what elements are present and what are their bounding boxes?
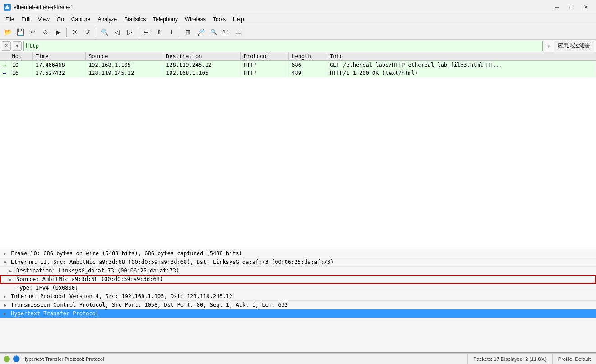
col-time[interactable]: Time (32, 52, 85, 61)
packet-table-header: No. Time Source Destination Protocol Len… (0, 52, 596, 61)
profile-status: Profile: Default (552, 354, 596, 364)
cell-source: 128.119.245.12 (86, 69, 163, 77)
cell-protocol: HTTP (240, 61, 289, 69)
detail-text: Frame 10: 686 bytes on wire (5488 bits),… (11, 250, 242, 257)
options-btn[interactable]: ⊙ (40, 26, 51, 38)
detail-text: Hypertext Transfer Protocol (11, 310, 99, 317)
detail-text: Internet Protocol Version 4, Src: 192.16… (11, 293, 232, 299)
menu-item-tools[interactable]: Tools (209, 15, 229, 23)
go-last-btn[interactable]: ⬇ (166, 26, 177, 38)
menu-item-go[interactable]: Go (53, 15, 68, 23)
col-info[interactable]: Info (327, 52, 596, 61)
menu-bar: FileEditViewGoCaptureAnalyzeStatisticsTe… (0, 14, 596, 24)
find-btn[interactable]: 🔍 (98, 26, 110, 38)
detail-text: Source: AmbitMic_a9:3d:68 (00:d0:59:a9:3… (16, 276, 163, 282)
next-btn[interactable]: ▷ (124, 26, 135, 38)
packet-list[interactable]: No. Time Source Destination Protocol Len… (0, 52, 596, 249)
filter-plus-icon[interactable]: + (545, 42, 552, 50)
cell-length: 686 (289, 61, 327, 69)
filter-clear-btn[interactable]: ✕ (2, 41, 11, 51)
status-left: 🔵 Hypertext Transfer Protocol: Protocol (0, 355, 467, 362)
cell-time: 17.527422 (32, 69, 85, 77)
menu-item-file[interactable]: File (2, 15, 18, 23)
window-controls[interactable]: ─ □ ✕ (550, 3, 592, 12)
detail-toggle-icon: ▶ (4, 251, 9, 256)
detail-row-tcp[interactable]: ▶Transmission Control Protocol, Src Port… (0, 301, 596, 309)
close-button[interactable]: ✕ (579, 3, 592, 12)
cell-info: HTTP/1.1 200 OK (text/html) (327, 69, 596, 77)
toolbar: 📂 💾 ↩ ⊙ ▶ ✕ ↺ 🔍 ◁ ▷ ⬅ ⬆ ⬇ ⊞ 🔎 🔍 1:1 ⚌ (0, 24, 596, 40)
zoom-reset-btn[interactable]: 1:1 (220, 26, 232, 38)
svg-marker-0 (5, 5, 9, 9)
filter-bar: ✕ ▼ + 应用此过滤器 (0, 40, 596, 52)
detail-row-eth-src[interactable]: ▶Source: AmbitMic_a9:3d:68 (00:d0:59:a9:… (0, 275, 596, 284)
packet-tbody: →1017.466468192.168.1.105128.119.245.12H… (0, 61, 596, 78)
cell-time: 17.466468 (32, 61, 85, 69)
go-first-btn[interactable]: ⬆ (153, 26, 165, 38)
status-bar: 🔵 Hypertext Transfer Protocol: Protocol … (0, 353, 596, 364)
zoom-out-btn[interactable]: 🔍 (208, 26, 219, 38)
title-bar: ethernet-ethereal-trace-1 ─ □ ✕ (0, 0, 596, 14)
restart-btn[interactable]: ↺ (82, 26, 93, 38)
row-direction-arrow: → (0, 61, 9, 69)
minimize-button[interactable]: ─ (550, 3, 564, 12)
apply-filter-button[interactable]: 应用此过滤器 (554, 41, 594, 51)
cell-source: 192.168.1.105 (86, 61, 163, 69)
detail-row-http[interactable]: ▶Hypertext Transfer Protocol (0, 309, 596, 318)
status-expert-icon: 🔵 (13, 355, 20, 362)
detail-text: Ethernet II, Src: AmbitMic_a9:3d:68 (00:… (11, 259, 333, 265)
stop-btn[interactable]: ✕ (69, 26, 81, 38)
menu-item-telephony[interactable]: Telephony (149, 15, 181, 23)
status-indicator (4, 356, 10, 362)
status-text: Hypertext Transfer Protocol: Protocol (23, 356, 104, 362)
menu-item-analyze[interactable]: Analyze (94, 15, 121, 23)
menu-item-view[interactable]: View (34, 15, 53, 23)
filter-input[interactable] (23, 41, 543, 51)
detail-row-eth-type[interactable]: Type: IPv4 (0x0800) (0, 284, 596, 292)
col-arrow[interactable] (0, 52, 9, 61)
colorize-btn[interactable]: ⊞ (182, 26, 194, 38)
detail-toggle-icon: ▶ (4, 303, 9, 308)
detail-toggle-icon: ▶ (4, 294, 9, 299)
zoom-in-btn[interactable]: 🔎 (195, 26, 207, 38)
maximize-button[interactable]: □ (564, 3, 578, 12)
sep3 (138, 28, 138, 37)
menu-item-statistics[interactable]: Statistics (120, 15, 149, 23)
menu-item-help[interactable]: Help (229, 15, 248, 23)
row-direction-arrow: ← (0, 69, 9, 77)
detail-row-eth-dst[interactable]: ▶Destination: LinksysG_da:af:73 (00:06:2… (0, 267, 596, 275)
menu-item-edit[interactable]: Edit (18, 15, 34, 23)
col-no[interactable]: No. (9, 52, 32, 61)
save-btn[interactable]: 💾 (14, 26, 26, 38)
table-row[interactable]: ←1617.527422128.119.245.12192.168.1.105H… (0, 69, 596, 77)
cell-no: 10 (9, 61, 32, 69)
col-length[interactable]: Length (289, 52, 327, 61)
status-right: Packets: 17 · Displayed: 2 (11.8%) Profi… (467, 354, 596, 364)
table-row[interactable]: →1017.466468192.168.1.105128.119.245.12H… (0, 61, 596, 69)
col-destination[interactable]: Destination (163, 52, 240, 61)
detail-text: Transmission Control Protocol, Src Port:… (11, 302, 288, 308)
open-file-btn[interactable]: 📂 (2, 26, 14, 38)
title-left: ethernet-ethereal-trace-1 (4, 4, 74, 11)
start-capture-btn[interactable]: ▶ (52, 26, 64, 38)
app-icon (4, 4, 11, 11)
detail-row-ethernet[interactable]: ▼Ethernet II, Src: AmbitMic_a9:3d:68 (00… (0, 258, 596, 267)
packet-table: No. Time Source Destination Protocol Len… (0, 52, 596, 77)
cell-destination: 192.168.1.105 (163, 69, 240, 77)
col-protocol[interactable]: Protocol (240, 52, 289, 61)
filter-dropdown-btn[interactable]: ▼ (13, 41, 22, 51)
detail-panel[interactable]: ▶Frame 10: 686 bytes on wire (5488 bits)… (0, 249, 596, 353)
cell-length: 489 (289, 69, 327, 77)
col-source[interactable]: Source (86, 52, 163, 61)
resize-btn[interactable]: ⚌ (233, 26, 245, 38)
sep1 (66, 28, 67, 37)
detail-text: Type: IPv4 (0x0800) (16, 285, 78, 291)
menu-item-capture[interactable]: Capture (68, 15, 94, 23)
prev-btn[interactable]: ◁ (111, 26, 123, 38)
detail-row-ipv4[interactable]: ▶Internet Protocol Version 4, Src: 192.1… (0, 292, 596, 301)
reload-btn[interactable]: ↩ (27, 26, 39, 38)
menu-item-wireless[interactable]: Wireless (181, 15, 209, 23)
go-back-btn[interactable]: ⬅ (140, 26, 152, 38)
detail-row-frame[interactable]: ▶Frame 10: 686 bytes on wire (5488 bits)… (0, 249, 596, 258)
cell-info: GET /ethereal-labs/HTTP-ethereal-lab-fil… (327, 61, 596, 69)
